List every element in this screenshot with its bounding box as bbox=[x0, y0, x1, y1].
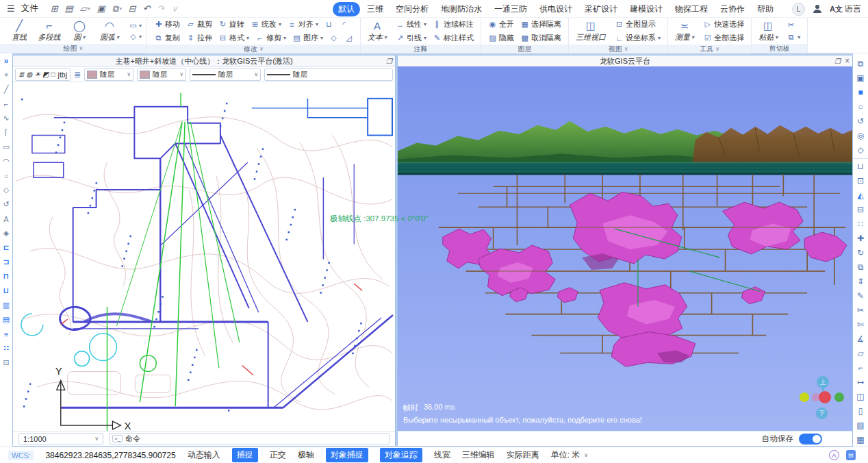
trim-3d-icon[interactable]: ⌐ bbox=[853, 360, 868, 375]
paste-doc-icon[interactable]: ▯ bbox=[853, 403, 868, 418]
group-label-draw[interactable]: 绘图∨ bbox=[0, 44, 146, 53]
grid-icon[interactable]: ▦ bbox=[853, 432, 868, 447]
new-file-icon[interactable]: ⊞ bbox=[49, 3, 60, 14]
fit-view-button[interactable]: ⊡ 全图显示 bbox=[613, 18, 658, 30]
save-icon[interactable]: ▣ bbox=[95, 3, 106, 14]
measure-button[interactable]: ≍ 测量▾ bbox=[673, 20, 696, 42]
select-lasso-icon[interactable]: ↺ bbox=[853, 114, 868, 128]
gizmo-down-ball[interactable]: 下 bbox=[816, 408, 828, 419]
template-icon[interactable]: ▤ bbox=[64, 3, 75, 14]
line-button[interactable]: ╱ 直线 bbox=[5, 19, 34, 42]
clip-region-icon[interactable]: ▱ bbox=[853, 346, 868, 360]
group-label-view[interactable]: 视图∨ bbox=[569, 45, 667, 53]
color-layer-select-1[interactable]: 随层 ∨ bbox=[84, 68, 133, 81]
fillet-button[interactable]: ◜ bbox=[337, 19, 350, 29]
cut-button[interactable]: ✂ bbox=[784, 20, 797, 30]
color-layer-select-2[interactable]: 随层 ∨ bbox=[137, 68, 186, 81]
snap-toggle[interactable]: 捕捉 bbox=[232, 448, 258, 462]
tab-default[interactable]: 默认 bbox=[333, 2, 360, 16]
search-icon[interactable]: ◎ bbox=[853, 128, 868, 142]
layers-stack-icon[interactable]: ≣ bbox=[74, 70, 81, 79]
text-button[interactable]: A 文本▾ bbox=[366, 20, 389, 42]
draw-order-button[interactable]: ▤ 图序 ▾ bbox=[290, 32, 325, 44]
measure-angle-icon[interactable]: ∡ bbox=[853, 331, 868, 346]
tab-ventilation[interactable]: 一通三防 bbox=[489, 2, 533, 16]
align-left-icon[interactable]: ⊏ bbox=[0, 240, 12, 255]
set-ucs-button[interactable]: ∟ 设坐标系 ▾ bbox=[613, 32, 663, 44]
tab-cloud-collab[interactable]: 云协作 bbox=[715, 2, 750, 16]
real-distance-toggle[interactable]: 实际距离 bbox=[507, 449, 539, 461]
lineweight-select[interactable]: 随层 bbox=[264, 68, 393, 81]
command-input[interactable]: >_ 命令 bbox=[109, 433, 390, 445]
isolate-button[interactable]: ▦ 选择隔离 bbox=[518, 18, 563, 30]
viewport-3d-button[interactable]: ◫ 三维视口 bbox=[574, 20, 608, 42]
ellipse-button[interactable]: ◇ ▾ bbox=[129, 32, 142, 41]
break-icon[interactable]: ✂ bbox=[853, 303, 868, 317]
dim-style-button[interactable]: ✎ 标注样式 bbox=[431, 32, 476, 44]
rectangle-icon[interactable]: ▭ bbox=[0, 140, 12, 154]
polyline-icon[interactable]: ⌐ bbox=[0, 97, 12, 111]
copy-3d-icon[interactable]: ⧉ bbox=[853, 260, 868, 274]
wcs-badge[interactable]: WCS: bbox=[8, 451, 34, 460]
quick-select-button[interactable]: ▷ 快速选择 bbox=[701, 18, 746, 30]
more-icon[interactable]: ∨ bbox=[170, 3, 179, 14]
mirror-icon[interactable]: ◭ bbox=[853, 188, 868, 202]
box-button[interactable]: ◇ bbox=[327, 33, 340, 43]
layers-icon[interactable]: ≣ bbox=[18, 71, 24, 78]
select-circle-icon[interactable]: ○ bbox=[853, 99, 868, 114]
scatter-icon[interactable]: ∷ bbox=[0, 341, 12, 355]
break-at-point-icon[interactable]: ✄ bbox=[853, 317, 868, 331]
tab-geology-water[interactable]: 地测防治水 bbox=[435, 2, 487, 16]
linear-dim-button[interactable]: ↔ 线性 ▾ bbox=[394, 18, 429, 30]
expand-panel-icon[interactable]: » bbox=[4, 56, 9, 68]
copy-clip-button[interactable]: ⧉ ▾ bbox=[784, 32, 802, 42]
array-icon[interactable]: ∷ bbox=[853, 216, 868, 231]
navigation-gizmo[interactable]: 上 下 bbox=[798, 375, 847, 424]
export-image-icon[interactable]: ▣ bbox=[853, 71, 868, 85]
sun-icon[interactable]: ☀ bbox=[34, 71, 40, 78]
revision-cloud-icon[interactable]: ↺ bbox=[0, 197, 12, 212]
equal-spacing-icon[interactable]: ≡ bbox=[0, 327, 12, 341]
open-folder-icon[interactable]: ▱ ▾ bbox=[79, 3, 92, 14]
group-label-layer[interactable]: 图层 bbox=[481, 45, 568, 53]
language-button[interactable]: A文 语言 bbox=[830, 3, 861, 15]
scale-select[interactable]: 1:1000 ∨ bbox=[18, 433, 103, 445]
cad-panel-titlebar[interactable]: 主巷+暗井+斜坡道（中心线）：龙软GIS云平台(激活) ❐ bbox=[13, 55, 395, 67]
line-icon[interactable]: ╱ bbox=[0, 82, 12, 97]
select-rect-icon[interactable]: ■ bbox=[853, 85, 868, 99]
text-icon[interactable]: A bbox=[0, 212, 12, 226]
stretch-3d-icon[interactable]: ⇕ bbox=[853, 274, 868, 288]
view3d-viewport[interactable]: 帧时 36.00 ms Выберите несырьманный объект… bbox=[398, 66, 852, 431]
tab-help[interactable]: 帮助 bbox=[752, 2, 779, 16]
stretch-button[interactable]: ⇕ 拉伸 bbox=[184, 32, 214, 44]
trash-icon[interactable]: ⊔ bbox=[853, 158, 868, 173]
dynamic-input-toggle[interactable]: 动态输入 bbox=[188, 449, 220, 461]
rotate-3d-icon[interactable]: ↻ bbox=[853, 245, 868, 260]
unisolate-button[interactable]: ▩ 取消隔离 bbox=[518, 32, 563, 44]
scale-1-1-icon[interactable]: ⊡ bbox=[0, 355, 12, 370]
gizmo-east-ball[interactable] bbox=[834, 392, 844, 402]
arc-icon[interactable]: ◠ bbox=[0, 154, 12, 168]
tab-modeling-design[interactable]: 建模设计 bbox=[624, 2, 668, 16]
paste-button[interactable]: ◫ 粘贴▾ bbox=[756, 20, 780, 42]
gizmo-up-ball[interactable]: 上 bbox=[817, 376, 829, 388]
autosave-toggle[interactable] bbox=[799, 434, 822, 445]
rectangle-button[interactable]: ▭ ▾ bbox=[129, 21, 142, 30]
move-3d-icon[interactable]: ✚ bbox=[853, 231, 868, 245]
file-menu[interactable]: 文件 bbox=[21, 3, 38, 14]
bulb-icon[interactable]: ◍ bbox=[26, 71, 32, 78]
delete-button[interactable]: ⊔ bbox=[322, 19, 335, 29]
all-layers-on-button[interactable]: ◉ 全开 bbox=[486, 18, 516, 30]
edit-3d-toggle[interactable]: 三维编辑 bbox=[462, 449, 495, 461]
tab-spatial-analysis[interactable]: 空间分析 bbox=[390, 2, 434, 16]
align-right-icon[interactable]: ⊐ bbox=[0, 255, 12, 269]
clip-button[interactable]: ▱ 裁剪 bbox=[184, 18, 214, 30]
freeze-icon[interactable]: □ bbox=[51, 71, 55, 78]
pen-icon[interactable]: ✎ bbox=[853, 288, 868, 303]
extend-icon[interactable]: ↦ bbox=[853, 375, 868, 389]
cad-canvas[interactable]: Y X bbox=[13, 82, 395, 431]
group-label-annotate[interactable]: 注释 bbox=[361, 45, 481, 53]
ellipse-icon[interactable]: ◇ bbox=[0, 183, 12, 197]
paste-3d-icon[interactable]: ◫ bbox=[853, 389, 868, 403]
format-brush-icon[interactable]: ⊟ bbox=[853, 202, 868, 216]
